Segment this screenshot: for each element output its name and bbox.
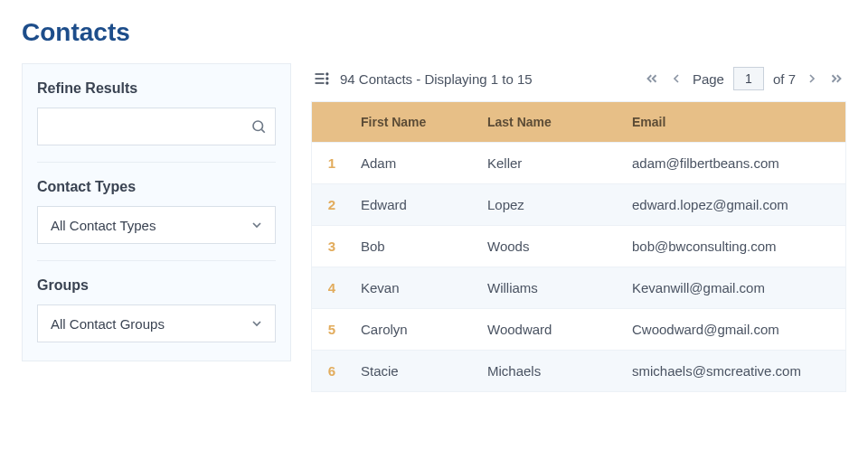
table-row[interactable]: 1AdamKelleradam@filbertbeans.com [312,142,845,183]
svg-rect-4 [316,82,325,84]
groups-select[interactable]: All Contact Groups [37,304,276,342]
row-last-name: Lopez [478,184,623,225]
table-row[interactable]: 3BobWoodsbob@bwconsulting.com [312,225,845,267]
col-last-name[interactable]: Last Name [478,102,623,142]
svg-rect-2 [316,73,325,75]
col-first-name[interactable]: First Name [352,102,478,142]
row-first-name: Kevan [352,267,478,308]
row-last-name: Michaels [478,351,623,391]
refine-sidebar: Refine Results Contact Types All Contact… [22,63,291,361]
col-email[interactable]: Email [623,102,845,142]
row-email: Kevanwill@gmail.com [623,267,845,308]
row-email: bob@bwconsulting.com [623,226,845,267]
list-settings-icon[interactable] [313,70,331,88]
pager-next-icon[interactable] [805,71,819,86]
row-first-name: Edward [352,184,478,225]
pager-page-label: Page [693,71,724,87]
table-body: 1AdamKelleradam@filbertbeans.com2EdwardL… [312,142,845,391]
pager-prev-icon[interactable] [669,71,684,86]
search-input[interactable] [37,108,276,145]
refine-results-section: Refine Results [37,80,276,145]
row-index: 5 [312,309,352,350]
page-title: Contacts [22,18,846,47]
row-email: smichaels@smcreative.com [623,351,845,391]
svg-point-7 [326,81,328,84]
row-index: 2 [312,184,352,225]
table-row[interactable]: 2EdwardLopezedward.lopez@gmail.com [312,183,845,225]
pager-first-icon[interactable] [644,70,660,87]
contacts-main: 94 Contacts - Displaying 1 to 15 Page of… [311,63,846,392]
row-last-name: Williams [478,267,623,308]
pager-last-icon[interactable] [828,70,844,87]
svg-rect-3 [316,78,325,80]
row-index: 6 [312,351,352,391]
contacts-summary: 94 Contacts - Displaying 1 to 15 [340,71,533,87]
groups-heading: Groups [37,277,276,294]
row-email: edward.lopez@gmail.com [623,184,845,225]
table-row[interactable]: 6StacieMichaelssmichaels@smcreative.com [312,350,845,391]
row-first-name: Carolyn [352,309,478,350]
pager-of-label: of 7 [773,71,796,87]
row-last-name: Woodward [478,309,623,350]
contacts-table: First Name Last Name Email 1AdamKellerad… [311,101,846,392]
row-index: 1 [312,143,352,183]
table-header: First Name Last Name Email [312,102,845,142]
contact-types-heading: Contact Types [37,179,276,195]
chevron-down-icon [250,316,264,331]
svg-point-5 [326,72,328,75]
row-email: Cwoodward@gmail.com [623,309,845,350]
contact-types-select[interactable]: All Contact Types [37,206,276,244]
row-first-name: Stacie [352,351,478,391]
row-last-name: Keller [478,143,623,183]
row-email: adam@filbertbeans.com [623,143,845,183]
row-first-name: Adam [352,143,478,183]
col-index [312,102,352,142]
chevron-down-icon [250,218,264,232]
groups-section: Groups All Contact Groups [37,260,276,342]
table-row[interactable]: 4KevanWilliamsKevanwill@gmail.com [312,267,845,308]
contact-types-section: Contact Types All Contact Types [37,162,276,244]
groups-selected-label: All Contact Groups [51,316,165,332]
refine-results-heading: Refine Results [37,80,276,97]
row-last-name: Woods [478,226,623,267]
contact-types-selected-label: All Contact Types [51,218,156,233]
pager: Page of 7 [644,67,844,90]
pager-page-input[interactable] [733,67,764,90]
contacts-toolbar: 94 Contacts - Displaying 1 to 15 Page of… [311,63,846,101]
row-first-name: Bob [352,226,478,267]
row-index: 4 [312,267,352,308]
table-row[interactable]: 5CarolynWoodwardCwoodward@gmail.com [312,308,845,350]
row-index: 3 [312,226,352,267]
svg-point-6 [326,77,328,80]
